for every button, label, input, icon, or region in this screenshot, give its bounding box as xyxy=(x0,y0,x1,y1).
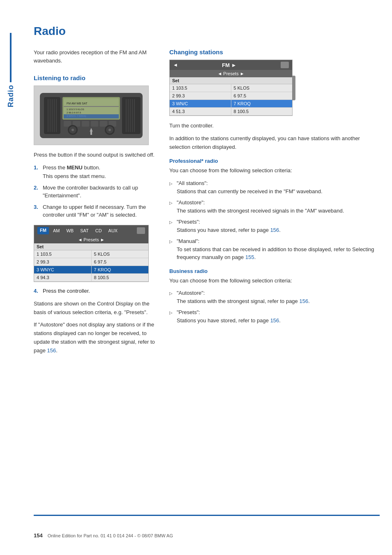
radio-display-screen: FM AM WB SAT CD AUX ◄ Presets ► Set xyxy=(34,225,149,282)
professional-criteria-list: ▷ "All stations": Stations that can curr… xyxy=(169,179,380,261)
left-column: Your radio provides reception of the FM … xyxy=(34,49,157,359)
business-title-2: "Presets": xyxy=(177,309,200,315)
listening-heading: Listening to radio xyxy=(34,74,157,81)
business-arrow-1: ▷ xyxy=(169,290,174,305)
cs-row-3: 3 WN/C 7 KROQ xyxy=(170,100,292,108)
step-4-text: Press the controller. xyxy=(43,288,157,294)
page-title: Radio xyxy=(34,25,380,38)
changing-stations-display: ◄ FM ► ◄ Presets ► Set 1 103.5 5 KLOS 2 … xyxy=(169,60,293,116)
criteria-desc-3: Stations you have stored, refer to page … xyxy=(177,227,281,233)
station-1-left: 1 103.5 xyxy=(34,250,92,258)
link-156-2[interactable]: 156 xyxy=(270,227,279,233)
page-number: 154 xyxy=(34,532,43,539)
step-3-num: 3. xyxy=(34,203,39,219)
business-content-1: "Autostore": The stations with the stron… xyxy=(177,289,380,305)
svg-point-23 xyxy=(71,129,74,131)
station-4-right: 8 100.5 xyxy=(92,274,149,281)
business-desc-1: The stations with the strongest signal, … xyxy=(177,298,310,304)
cs-row-2: 2 99.3 6 97.5 xyxy=(170,92,292,100)
station-3-left: 3 WNYC xyxy=(34,266,92,273)
svg-rect-27 xyxy=(122,97,141,134)
business-criteria-item-1: ▷ "Autostore": The stations with the str… xyxy=(169,289,380,305)
step-3: 3. Change to upper field if necessary. T… xyxy=(34,203,157,219)
after-step-text-2: If "Autostore" does not display any stat… xyxy=(34,321,157,355)
cs-2-right: 6 97.5 xyxy=(231,92,293,99)
station-1-right: 5 KLOS xyxy=(92,250,149,258)
tab-sat: SAT xyxy=(78,227,91,234)
business-criteria-list: ▷ "Autostore": The stations with the str… xyxy=(169,289,380,324)
cs-3-right: 7 KROQ xyxy=(231,100,293,107)
content-columns: Your radio provides reception of the FM … xyxy=(34,49,380,359)
press-button-text: Press the button if the sound output is … xyxy=(34,151,157,160)
criteria-desc-2: The stations with the strongest received… xyxy=(177,208,344,214)
cs-fm-label: FM ► xyxy=(222,62,236,68)
cs-icon xyxy=(281,62,289,68)
cs-stations: 1 103.5 5 KLOS 2 99.3 6 97.5 3 WN/C 7 KR… xyxy=(170,84,292,116)
criteria-title-1: "All stations": xyxy=(177,180,208,186)
criteria-title-4: "Manual": xyxy=(177,238,199,244)
station-row-2: 2 99.3 6 97.5 xyxy=(34,258,148,266)
criteria-content-3: "Presets": Stations you have stored, ref… xyxy=(177,218,380,234)
after-step4-end: . xyxy=(56,347,58,354)
step-3-text: Change to upper field if necessary. Turn… xyxy=(43,203,157,219)
cs-1-left: 1 103.5 xyxy=(170,84,231,92)
criteria-item-2: ▷ "Autostore": The stations with the str… xyxy=(169,199,380,215)
step-1-num: 1. xyxy=(34,164,39,180)
link-156-1[interactable]: 156 xyxy=(47,347,56,354)
tab-cd: CD xyxy=(93,227,104,234)
criteria-title-2: "Autostore": xyxy=(177,199,205,206)
station-4-left: 4 94.3 xyxy=(34,274,92,281)
step-1-text: Press the MENU button. This opens the st… xyxy=(43,164,157,180)
criteria-arrow-4: ▷ xyxy=(169,238,174,261)
cs-3-left: 3 WN/C xyxy=(170,100,231,107)
step-1: 1. Press the MENU button. This opens the… xyxy=(34,164,157,180)
station-row-3: 3 WNYC 7 KROQ xyxy=(34,266,148,274)
sidebar-label: Radio xyxy=(7,33,15,107)
display-tabs: FM AM WB SAT CD AUX xyxy=(37,227,120,234)
tab-am: AM xyxy=(51,227,62,234)
business-radio-intro: You can choose from the following select… xyxy=(169,277,380,285)
professional-radio-intro: You can choose from the following select… xyxy=(169,166,380,175)
cs-row-4: 4 51.3 8 100.5 xyxy=(170,108,292,116)
svg-text:1 103.5    5 KLOS: 1 103.5 5 KLOS xyxy=(67,108,84,111)
criteria-item-1: ▷ "All stations": Stations that can curr… xyxy=(169,179,380,195)
steps-list: 1. Press the MENU button. This opens the… xyxy=(34,164,157,219)
after-step-text-1: Stations are shown on the Control Displa… xyxy=(34,300,157,317)
criteria-arrow-1: ▷ xyxy=(169,180,174,195)
display-icon xyxy=(137,227,145,234)
svg-rect-14 xyxy=(64,114,119,118)
criteria-desc-1: Stations that can currently be received … xyxy=(177,188,323,194)
step-4: 4. Press the controller. xyxy=(34,288,157,294)
sidebar-text: Radio xyxy=(7,85,15,107)
cs-row-1: 1 103.5 5 KLOS xyxy=(170,84,292,92)
svg-rect-18 xyxy=(91,121,98,127)
link-155[interactable]: 155 xyxy=(245,254,254,260)
cs-4-left: 4 51.3 xyxy=(170,108,231,115)
business-radio-heading: Business radio xyxy=(169,268,380,274)
right-column: Changing stations ◄ FM ► ◄ Presets ► Set… xyxy=(169,49,380,359)
criteria-content-4: "Manual": To set stations that can be re… xyxy=(177,237,380,261)
criteria-item-4: ▷ "Manual": To set stations that can be … xyxy=(169,237,380,261)
tab-wb: WB xyxy=(64,227,76,234)
cs-header: ◄ FM ► xyxy=(170,60,292,70)
station-2-right: 6 97.5 xyxy=(92,258,149,266)
radio-device-image: FM AM WB SAT 1 103.5 5 KLOS 2 99.3 6 97.… xyxy=(34,86,149,145)
station-row-1: 1 103.5 5 KLOS xyxy=(34,250,148,258)
link-156-3[interactable]: 156 xyxy=(299,298,308,304)
business-content-2: "Presets": Stations you have stored, ref… xyxy=(177,308,380,324)
radio-device-svg: FM AM WB SAT 1 103.5 5 KLOS 2 99.3 6 97.… xyxy=(38,89,145,142)
cs-2-left: 2 99.3 xyxy=(170,92,231,99)
cs-left-arrow: ◄ xyxy=(173,62,178,68)
step-4-container: 4. Press the controller. xyxy=(34,288,157,294)
link-156-4[interactable]: 156 xyxy=(270,317,279,324)
footer-text: Online Edition for Part no. 01 41 0 014 … xyxy=(48,533,173,538)
criteria-title-3: "Presets": xyxy=(177,219,200,225)
business-criteria-item-2: ▷ "Presets": Stations you have stored, r… xyxy=(169,308,380,324)
display-presets: ◄ Presets ► xyxy=(34,236,148,243)
sidebar-bar xyxy=(10,33,12,82)
display-set: Set xyxy=(34,243,148,250)
cs-1-right: 5 KLOS xyxy=(231,84,293,92)
criteria-desc-4: To set stations that can be received in … xyxy=(177,246,374,261)
criteria-item-3: ▷ "Presets": Stations you have stored, r… xyxy=(169,218,380,234)
station-2-left: 2 99.3 xyxy=(34,258,92,266)
